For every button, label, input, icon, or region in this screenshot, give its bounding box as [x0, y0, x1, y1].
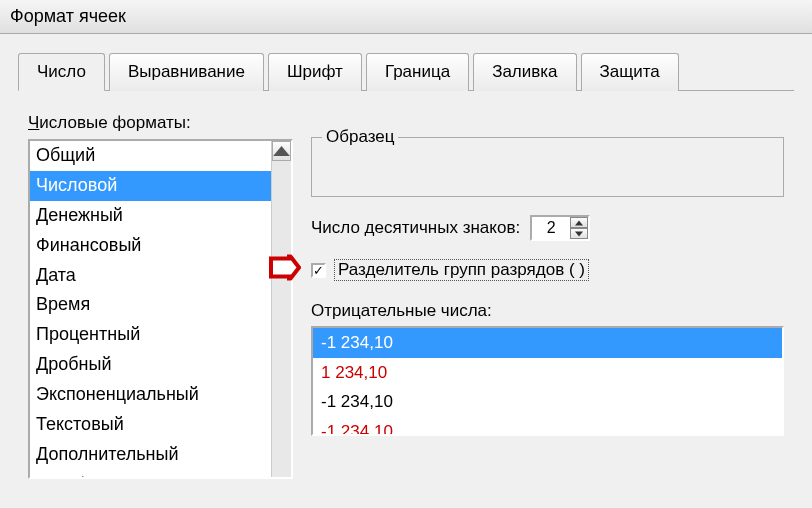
- scrollbar[interactable]: [271, 141, 291, 477]
- spinner-down-button[interactable]: [570, 228, 588, 239]
- decimal-input[interactable]: [532, 217, 570, 239]
- negative-item[interactable]: -1 234,10: [313, 417, 782, 437]
- decimal-label: Число десятичных знаков:: [311, 218, 520, 238]
- check-icon: ✓: [313, 264, 324, 277]
- tab-2[interactable]: Шрифт: [268, 53, 362, 91]
- tab-5[interactable]: Защита: [581, 53, 679, 91]
- svg-marker-0: [273, 146, 290, 156]
- tab-4[interactable]: Заливка: [473, 53, 576, 91]
- tab-0[interactable]: Число: [18, 53, 105, 91]
- titlebar: Формат ячеек: [0, 0, 812, 34]
- window-title: Формат ячеек: [10, 6, 126, 26]
- negative-item[interactable]: 1 234,10: [313, 358, 782, 388]
- list-item[interactable]: Текстовый: [30, 410, 291, 440]
- negative-listbox[interactable]: -1 234,101 234,10-1 234,10-1 234,10: [311, 326, 784, 436]
- list-item[interactable]: Денежный: [30, 201, 291, 231]
- options-panel: Образец Число десятичных знаков:: [311, 113, 784, 479]
- list-item[interactable]: Время: [30, 290, 291, 320]
- separator-label[interactable]: Разделитель групп разрядов ( ): [334, 259, 589, 281]
- negative-label: Отрицательные числа:: [311, 301, 784, 321]
- list-item[interactable]: Дата: [30, 261, 291, 291]
- list-item[interactable]: (все форматы): [30, 470, 291, 479]
- dialog-window: Формат ячеек ЧислоВыравниваниеШрифтГрани…: [0, 0, 812, 508]
- decimal-spinner[interactable]: [530, 215, 590, 241]
- negative-item[interactable]: -1 234,10: [313, 387, 782, 417]
- tab-3[interactable]: Граница: [366, 53, 469, 91]
- sample-fieldset: Образец: [311, 137, 784, 197]
- sample-legend: Образец: [322, 127, 398, 147]
- arrow-icon: [269, 255, 301, 286]
- dialog-content: ЧислоВыравниваниеШрифтГраницаЗаливкаЗащи…: [0, 34, 812, 489]
- formats-label: Числовые форматы:: [28, 113, 293, 133]
- scroll-up-button[interactable]: [272, 141, 291, 161]
- decimal-places-row: Число десятичных знаков:: [311, 215, 784, 241]
- list-item[interactable]: Числовой: [30, 171, 291, 201]
- list-item[interactable]: Дробный: [30, 350, 291, 380]
- separator-checkbox[interactable]: ✓: [311, 263, 326, 278]
- formats-listbox[interactable]: ОбщийЧисловойДенежныйФинансовыйДатаВремя…: [28, 139, 293, 479]
- list-item[interactable]: Финансовый: [30, 231, 291, 261]
- tab-panel-number: Числовые форматы: ОбщийЧисловойДенежныйФ…: [18, 91, 794, 489]
- spinner-up-button[interactable]: [570, 217, 588, 228]
- svg-marker-1: [575, 220, 583, 225]
- list-item[interactable]: Процентный: [30, 320, 291, 350]
- svg-marker-2: [575, 231, 583, 236]
- formats-panel: Числовые форматы: ОбщийЧисловойДенежныйФ…: [28, 113, 293, 479]
- list-item[interactable]: Экспоненциальный: [30, 380, 291, 410]
- separator-row: ✓ Разделитель групп разрядов ( ): [311, 259, 784, 281]
- list-item[interactable]: Дополнительный: [30, 440, 291, 470]
- list-item[interactable]: Общий: [30, 141, 291, 171]
- tab-1[interactable]: Выравнивание: [109, 53, 264, 91]
- negative-item[interactable]: -1 234,10: [313, 328, 782, 358]
- tab-strip: ЧислоВыравниваниеШрифтГраницаЗаливкаЗащи…: [18, 52, 794, 91]
